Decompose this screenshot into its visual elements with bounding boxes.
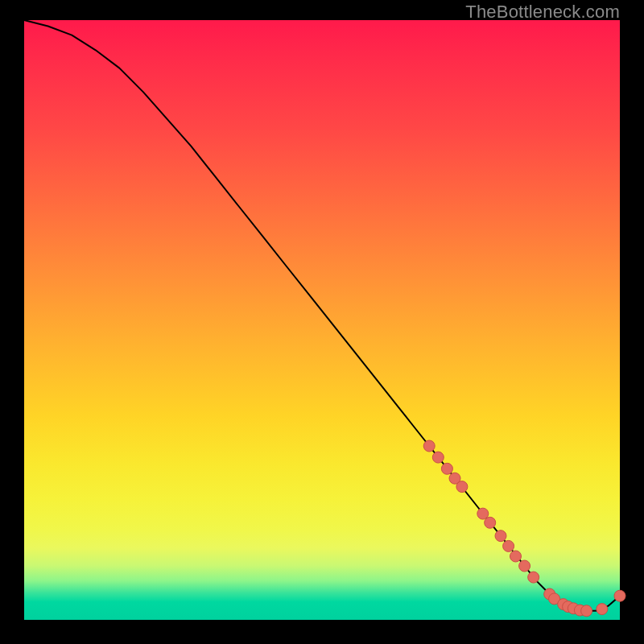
- marker-dot: [503, 540, 514, 551]
- marker-dot: [519, 560, 530, 572]
- marker-dot: [485, 517, 496, 528]
- marker-dot: [495, 530, 506, 542]
- marker-dot: [597, 604, 608, 615]
- curve-svg: [24, 20, 620, 620]
- curve-markers: [423, 440, 625, 617]
- bottleneck-curve: [24, 20, 620, 611]
- marker-dot: [614, 590, 625, 601]
- marker-dot: [510, 551, 522, 562]
- marker-dot: [423, 440, 435, 452]
- marker-dot: [432, 452, 444, 463]
- chart-stage: TheBottleneck.com: [0, 0, 644, 644]
- marker-dot: [528, 572, 539, 583]
- plot-area: [24, 20, 620, 620]
- marker-dot: [581, 605, 592, 617]
- marker-dot: [441, 463, 452, 474]
- marker-dot: [456, 481, 468, 493]
